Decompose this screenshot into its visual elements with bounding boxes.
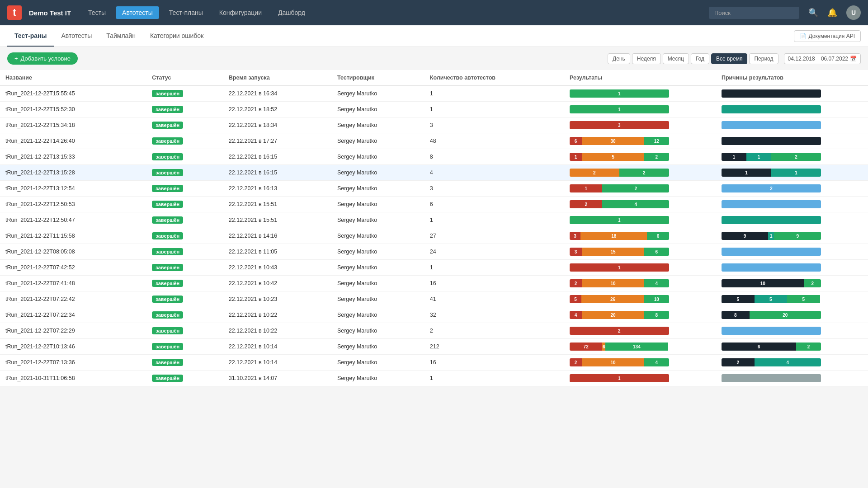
cell-results: 3 — [564, 117, 716, 133]
table-row[interactable]: tRun_2021-12-22T15:52:30завершён22.12.20… — [0, 102, 868, 117]
runs-table: Название Статус Время запуска Тестировщи… — [0, 70, 868, 386]
cell-time: 22.12.2021 в 16:15 — [223, 149, 332, 165]
cell-results: 1 — [564, 371, 716, 386]
cell-time: 22.12.2021 в 15:51 — [223, 212, 332, 228]
status-badge: завершён — [152, 232, 183, 239]
cell-reasons — [716, 371, 868, 386]
cell-reasons — [716, 323, 868, 339]
sub-navigation: Тест-раны Автотесты Таймлайн Категории о… — [0, 25, 868, 47]
status-badge: завершён — [152, 169, 183, 176]
cell-time: 22.12.2021 в 10:14 — [223, 339, 332, 355]
cell-reasons: 555 — [716, 291, 868, 307]
status-badge: завершён — [152, 359, 183, 366]
cell-reasons — [716, 133, 868, 149]
tab-error-categories[interactable]: Категории ошибок — [143, 26, 211, 47]
table-row[interactable]: tRun_2021-12-22T15:34:18завершён22.12.20… — [0, 117, 868, 133]
cell-results: 2104 — [564, 276, 716, 291]
filter-year[interactable]: Год — [691, 53, 709, 64]
nav-testplans[interactable]: Тест-планы — [163, 6, 209, 19]
status-badge: завершён — [152, 264, 183, 271]
table-row[interactable]: tRun_2021-12-22T07:22:42завершён22.12.20… — [0, 291, 868, 307]
cell-name: tRun_2021-12-22T14:26:40 — [0, 133, 146, 149]
cell-count: 2 — [425, 323, 564, 339]
table-row[interactable]: tRun_2021-10-31T11:06:58завершён31.10.20… — [0, 371, 868, 386]
tab-timeline[interactable]: Таймлайн — [99, 26, 143, 47]
table-row[interactable]: tRun_2021-12-22T12:50:47завершён22.12.20… — [0, 212, 868, 228]
calendar-icon[interactable]: 📅 — [850, 56, 857, 62]
cell-tester: Sergey Marutko — [332, 197, 425, 212]
cell-time: 31.10.2021 в 14:07 — [223, 371, 332, 386]
cell-time: 22.12.2021 в 10:23 — [223, 291, 332, 307]
filter-day[interactable]: День — [608, 53, 630, 64]
filter-month[interactable]: Месяц — [663, 53, 689, 64]
cell-reasons: 2 — [716, 181, 868, 197]
documentation-api-button[interactable]: 📄 Документация API — [794, 30, 861, 42]
cell-status: завершён — [146, 117, 223, 133]
table-row[interactable]: tRun_2021-12-22T10:13:46завершён22.12.20… — [0, 339, 868, 355]
table-row[interactable]: tRun_2021-12-22T07:22:34завершён22.12.20… — [0, 307, 868, 323]
table-row[interactable]: tRun_2021-12-22T12:50:53завершён22.12.20… — [0, 197, 868, 212]
table-row[interactable]: tRun_2021-12-22T07:13:36завершён22.12.20… — [0, 355, 868, 371]
avatar[interactable]: U — [846, 5, 861, 20]
table-row[interactable]: tRun_2021-12-22T07:41:48завершён22.12.20… — [0, 276, 868, 291]
nav-autotests[interactable]: Автотесты — [116, 6, 159, 19]
cell-reasons — [716, 102, 868, 117]
cell-tester: Sergey Marutko — [332, 181, 425, 197]
cell-name: tRun_2021-12-22T07:13:36 — [0, 355, 146, 371]
cell-results: 1 — [564, 260, 716, 276]
cell-status: завершён — [146, 212, 223, 228]
table-row[interactable]: tRun_2021-12-22T13:12:54завершён22.12.20… — [0, 181, 868, 197]
cell-results: 3156 — [564, 244, 716, 260]
cell-tester: Sergey Marutko — [332, 323, 425, 339]
table-row[interactable]: tRun_2021-12-22T14:26:40завершён22.12.20… — [0, 133, 868, 149]
plus-icon: + — [14, 55, 18, 62]
cell-results: 1 — [564, 102, 716, 117]
table-row[interactable]: tRun_2021-12-22T15:55:45завершён22.12.20… — [0, 86, 868, 102]
cell-tester: Sergey Marutko — [332, 355, 425, 371]
cell-tester: Sergey Marutko — [332, 228, 425, 244]
cell-name: tRun_2021-12-22T13:15:28 — [0, 165, 146, 181]
notification-icon[interactable]: 🔔 — [827, 8, 837, 18]
nav-dashboard[interactable]: Дашборд — [272, 6, 311, 19]
nav-configurations[interactable]: Конфигурации — [213, 6, 268, 19]
tab-test-runs[interactable]: Тест-раны — [7, 26, 54, 47]
cell-status: завершён — [146, 165, 223, 181]
table-row[interactable]: tRun_2021-12-22T07:42:52завершён22.12.20… — [0, 260, 868, 276]
cell-tester: Sergey Marutko — [332, 212, 425, 228]
cell-name: tRun_2021-12-22T15:55:45 — [0, 86, 146, 102]
search-icon[interactable]: 🔍 — [808, 8, 818, 18]
table-row[interactable]: tRun_2021-12-22T07:22:29завершён22.12.20… — [0, 323, 868, 339]
status-badge: завершён — [152, 201, 183, 208]
cell-reasons: 11 — [716, 165, 868, 181]
col-results: Результаты — [564, 70, 716, 86]
cell-time: 22.12.2021 в 14:16 — [223, 228, 332, 244]
cell-status: завершён — [146, 228, 223, 244]
cell-time: 22.12.2021 в 11:05 — [223, 244, 332, 260]
add-condition-button[interactable]: + Добавить условие — [7, 52, 78, 65]
cell-time: 22.12.2021 в 16:15 — [223, 165, 332, 181]
filter-all-time[interactable]: Все время — [711, 53, 747, 64]
cell-tester: Sergey Marutko — [332, 244, 425, 260]
nav-tests[interactable]: Тесты — [82, 6, 112, 19]
table-row[interactable]: tRun_2021-12-22T13:15:28завершён22.12.20… — [0, 165, 868, 181]
tab-autotests[interactable]: Автотесты — [54, 26, 99, 47]
col-reasons: Причины результатов — [716, 70, 868, 86]
table-row[interactable]: tRun_2021-12-22T11:15:58завершён22.12.20… — [0, 228, 868, 244]
status-badge: завершён — [152, 296, 183, 303]
cell-count: 1 — [425, 212, 564, 228]
filter-week[interactable]: Неделя — [632, 53, 661, 64]
cell-reasons — [716, 197, 868, 212]
filter-period[interactable]: Период — [749, 53, 778, 64]
table-row[interactable]: tRun_2021-12-22T13:15:33завершён22.12.20… — [0, 149, 868, 165]
search-input[interactable] — [709, 7, 799, 19]
cell-status: завершён — [146, 371, 223, 386]
cell-results: 4208 — [564, 307, 716, 323]
status-badge: завершён — [152, 311, 183, 319]
cell-count: 212 — [425, 339, 564, 355]
table-row[interactable]: tRun_2021-12-22T08:05:08завершён22.12.20… — [0, 244, 868, 260]
app-brand: Demo Test IT — [29, 9, 71, 17]
cell-tester: Sergey Marutko — [332, 260, 425, 276]
cell-count: 4 — [425, 165, 564, 181]
status-badge: завершён — [152, 248, 183, 255]
cell-count: 48 — [425, 133, 564, 149]
